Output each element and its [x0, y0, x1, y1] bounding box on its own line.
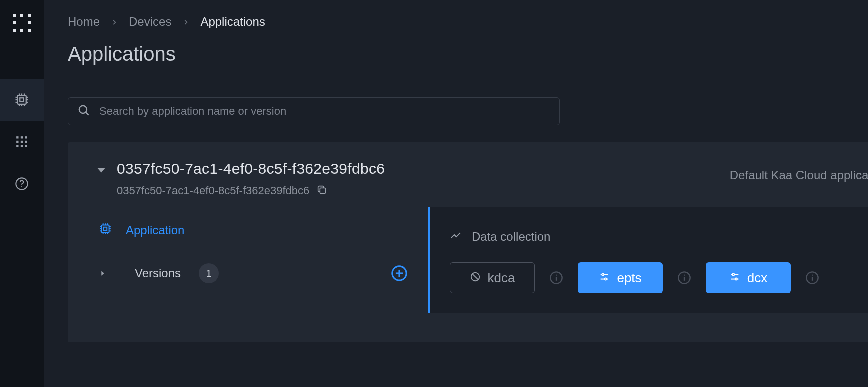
svg-rect-9	[20, 98, 24, 102]
svg-point-32	[22, 186, 22, 188]
tune-icon	[730, 270, 740, 286]
svg-rect-3	[28, 22, 31, 24]
svg-rect-23	[21, 136, 23, 138]
svg-point-73	[812, 275, 813, 276]
application-header: 0357fc50-7ac1-4ef0-8c5f-f362e39fdbc6 035…	[68, 142, 868, 208]
chip-epts[interactable]: epts	[578, 262, 663, 294]
svg-rect-7	[13, 22, 16, 24]
svg-rect-28	[16, 146, 18, 148]
svg-rect-36	[320, 188, 326, 194]
disabled-icon	[470, 270, 481, 286]
info-icon[interactable]	[805, 270, 820, 286]
collapse-icon[interactable]	[95, 160, 108, 178]
svg-point-63	[605, 278, 607, 280]
versions-row[interactable]: Versions 1	[68, 254, 428, 294]
breadcrumb: Home Devices Applications	[44, 15, 868, 29]
chip-epts-label: epts	[617, 270, 642, 286]
section-data-collection-label: Data collection	[472, 230, 550, 244]
svg-rect-29	[21, 146, 23, 148]
application-id: 0357fc50-7ac1-4ef0-8c5f-f362e39fdbc6	[117, 184, 310, 198]
svg-rect-0	[13, 14, 16, 17]
page-title: Applications	[44, 29, 868, 66]
tab-application-label: Application	[126, 224, 184, 238]
sidebar-item-devices[interactable]	[0, 79, 44, 121]
svg-rect-8	[18, 96, 26, 104]
sidebar-item-help[interactable]	[0, 163, 44, 205]
search-box[interactable]	[68, 98, 560, 126]
chip-kdca[interactable]: kdca	[450, 262, 535, 294]
svg-marker-35	[98, 168, 105, 173]
svg-rect-37	[102, 225, 109, 232]
application-left-panel: Application Versions 1	[68, 208, 428, 314]
versions-label: Versions	[135, 266, 181, 280]
svg-line-34	[86, 112, 89, 116]
svg-rect-38	[104, 228, 108, 231]
help-icon	[15, 177, 29, 191]
chevron-right-icon	[111, 15, 118, 29]
logo[interactable]	[11, 12, 33, 34]
svg-rect-2	[28, 14, 31, 17]
main-content: Home Devices Applications Applications	[44, 0, 868, 387]
svg-rect-24	[26, 136, 28, 138]
svg-rect-25	[16, 141, 18, 143]
chart-line-icon	[450, 230, 462, 244]
svg-marker-51	[102, 271, 104, 276]
sidebar	[0, 0, 44, 387]
breadcrumb-current: Applications	[200, 15, 265, 29]
application-name[interactable]: 0357fc50-7ac1-4ef0-8c5f-f362e39fdbc6	[117, 160, 385, 178]
svg-point-70	[735, 278, 737, 280]
application-right-panel: Data collection kdca	[428, 208, 868, 314]
search-icon	[78, 104, 90, 119]
info-icon[interactable]	[677, 270, 692, 286]
svg-rect-6	[13, 29, 16, 32]
grid-icon	[16, 136, 28, 148]
svg-point-59	[556, 275, 557, 276]
svg-rect-30	[26, 146, 28, 148]
copy-icon[interactable]	[316, 184, 328, 198]
tab-application[interactable]: Application	[68, 208, 428, 254]
tune-icon	[599, 270, 610, 286]
breadcrumb-home[interactable]: Home	[68, 15, 100, 29]
svg-point-61	[602, 274, 604, 276]
add-version-button[interactable]	[391, 265, 408, 282]
svg-rect-27	[26, 141, 28, 143]
svg-line-56	[472, 274, 478, 280]
svg-point-33	[80, 106, 87, 114]
svg-rect-1	[20, 14, 24, 17]
search-input[interactable]	[100, 105, 550, 118]
svg-point-68	[732, 274, 734, 276]
chip-dcx-label: dcx	[748, 270, 768, 286]
breadcrumb-devices[interactable]: Devices	[129, 15, 172, 29]
service-chips-row: kdca	[450, 262, 868, 294]
application-icon	[99, 222, 112, 238]
chevron-right-icon	[182, 15, 190, 29]
svg-rect-5	[20, 29, 24, 32]
chip-dcx[interactable]: dcx	[706, 262, 791, 294]
section-data-collection: Data collection	[450, 230, 868, 244]
chip-kdca-label: kdca	[488, 270, 516, 286]
svg-point-66	[684, 275, 685, 276]
info-icon[interactable]	[549, 270, 564, 286]
svg-rect-26	[21, 141, 23, 143]
svg-rect-4	[28, 29, 31, 32]
chip-icon	[14, 92, 30, 108]
application-description: Default Kaa Cloud application	[730, 160, 868, 182]
versions-count-badge: 1	[199, 264, 219, 284]
svg-rect-22	[16, 136, 18, 138]
sidebar-item-apps[interactable]	[0, 121, 44, 163]
expand-icon[interactable]	[99, 266, 107, 280]
application-card: 0357fc50-7ac1-4ef0-8c5f-f362e39fdbc6 035…	[68, 142, 868, 342]
